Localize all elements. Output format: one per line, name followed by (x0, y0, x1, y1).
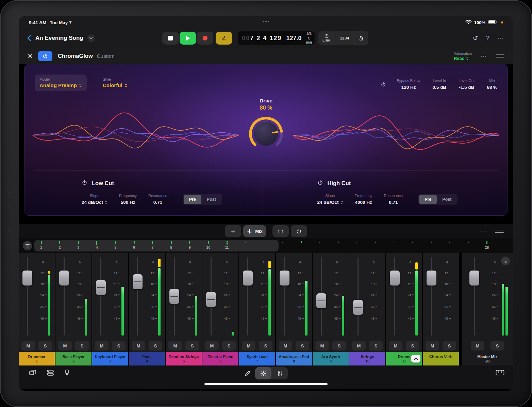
solo-button[interactable]: S (491, 341, 504, 351)
model-selector[interactable]: Model Analog Preamp (35, 75, 87, 91)
solo-button[interactable]: S (406, 341, 419, 351)
param-mix[interactable]: Mix 68 % (487, 79, 497, 90)
track-label[interactable]: Arp Synth9 (313, 352, 349, 365)
plugin-more-button[interactable]: ⋯ (481, 52, 487, 60)
record-button[interactable] (197, 32, 213, 45)
marquee-select-button[interactable] (272, 225, 289, 237)
mute-button[interactable]: M (58, 341, 72, 351)
automation-mode-button[interactable]: Read (454, 56, 472, 61)
mixer-faders-button[interactable] (271, 367, 288, 379)
mute-button[interactable]: M (95, 341, 109, 351)
fader-handle[interactable] (280, 271, 289, 286)
solo-button[interactable]: S (222, 341, 236, 351)
multitask-dots-icon[interactable] (263, 21, 269, 22)
high-cut-slope[interactable]: Slope 24 dB/Oct (317, 194, 343, 205)
track-label[interactable]: Keyboard Player3 (92, 352, 128, 365)
fader-handle[interactable] (390, 271, 400, 286)
fader-handle[interactable] (469, 271, 479, 286)
track-label[interactable]: Synth Lead7 (239, 352, 275, 365)
low-cut-power-icon[interactable] (82, 180, 87, 187)
track-label[interactable]: Drummer1 (19, 352, 55, 365)
master-filter-button[interactable] (501, 257, 510, 265)
stop-button[interactable] (162, 32, 179, 45)
help-button[interactable]: ? (486, 35, 489, 42)
track-label[interactable]: Bass Player2 (55, 352, 92, 365)
track-label[interactable]: Arcade...eet Pad8 (276, 352, 312, 365)
mute-button[interactable]: M (205, 341, 219, 351)
solo-button[interactable]: S (75, 341, 89, 351)
track-label[interactable]: Strings10 (349, 352, 385, 365)
plugin-preset[interactable]: Custom (97, 53, 115, 59)
song-title[interactable]: An Evening Song (35, 35, 83, 42)
post-button[interactable]: Post (437, 195, 457, 204)
post-button[interactable]: Post (201, 195, 221, 204)
fader-handle[interactable] (22, 271, 32, 286)
param-bypass-below[interactable]: Bypass Below 120 Hz (397, 79, 420, 90)
high-cut-resonance[interactable]: Resonance 0.71 (384, 194, 403, 205)
mute-button[interactable]: M (352, 341, 366, 351)
collapse-chevron-button[interactable] (411, 355, 420, 363)
solo-button[interactable]: S (259, 341, 272, 351)
fader-handle[interactable] (133, 274, 143, 289)
close-plugin-button[interactable]: ✕ (28, 52, 33, 60)
fader-handle[interactable] (353, 300, 363, 315)
solo-button[interactable]: S (38, 341, 52, 351)
fader-handle[interactable] (206, 292, 216, 307)
track-label[interactable]: Electric Piano6 (202, 352, 238, 365)
mixer-resize-handle[interactable] (495, 230, 504, 233)
track-power-button[interactable] (291, 225, 307, 237)
low-cut-frequency[interactable]: Frequency 500 Hz (119, 194, 137, 205)
mute-button[interactable]: M (315, 341, 329, 351)
fader-handle[interactable] (427, 271, 436, 286)
timesig-key-display[interactable]: 4/4 C maj (306, 32, 312, 45)
param-level-in[interactable]: Level In 0.5 dB (433, 79, 447, 90)
track-label[interactable]: Emotion Strings5 (166, 352, 202, 365)
fader-handle[interactable] (96, 280, 106, 295)
track-label[interactable]: Master Mix28 (462, 352, 513, 365)
drive-knob[interactable] (247, 115, 285, 154)
edit-pencil-button[interactable] (244, 370, 251, 377)
mute-button[interactable]: M (21, 341, 35, 351)
track-label[interactable]: Pads4 (129, 352, 165, 365)
plugin-resize-handle[interactable] (496, 54, 504, 58)
add-track-button[interactable]: + (225, 225, 241, 237)
mute-button[interactable]: M (389, 341, 402, 351)
home-indicator[interactable] (204, 383, 328, 385)
count-in-button[interactable]: 1234 (335, 31, 354, 45)
mute-button[interactable]: M (471, 341, 484, 351)
track-filter-button[interactable] (23, 241, 32, 250)
mute-button[interactable]: M (132, 341, 145, 351)
mute-button[interactable]: M (279, 341, 292, 351)
param-level-out[interactable]: Level Out -1.5 dB (459, 79, 475, 90)
back-button[interactable] (27, 35, 31, 42)
mute-button[interactable]: M (242, 341, 255, 351)
browser-button[interactable] (29, 369, 36, 377)
lcd-display[interactable]: 007 2 4 129 127.0 4/4 C maj (238, 31, 315, 45)
play-button[interactable] (180, 32, 196, 45)
solo-button[interactable]: S (185, 341, 199, 351)
plugin-power-button[interactable] (38, 51, 52, 61)
fader-handle[interactable] (243, 271, 253, 286)
song-menu-chevron[interactable] (87, 34, 95, 42)
mute-button[interactable]: M (426, 341, 439, 351)
solo-button[interactable]: S (149, 341, 162, 351)
mix-view-button[interactable]: Mix (243, 225, 266, 237)
solo-button[interactable]: S (443, 341, 456, 351)
fader-handle[interactable] (169, 289, 179, 304)
solo-button[interactable]: S (296, 341, 309, 351)
track-overview-ruler[interactable]: 123456789101128 (19, 238, 513, 253)
style-selector[interactable]: Style Colorful (103, 75, 128, 91)
high-cut-frequency[interactable]: Frequency 4000 Hz (355, 194, 372, 205)
io-device-button[interactable] (64, 369, 70, 378)
pre-button[interactable]: Pre (419, 195, 437, 204)
bypass-power-icon[interactable] (381, 82, 386, 88)
fader-handle[interactable] (316, 293, 326, 308)
metronome-button[interactable] (354, 31, 368, 45)
pre-button[interactable]: Pre (184, 195, 201, 204)
solo-button[interactable]: S (332, 341, 346, 351)
playhead-position[interactable]: 007 2 4 129 (242, 35, 282, 42)
more-button[interactable]: ⋯ (498, 34, 504, 42)
low-cut-resonance[interactable]: Resonance 0.71 (148, 194, 167, 205)
fader-handle[interactable] (59, 271, 69, 286)
low-cut-slope[interactable]: Slope 24 dB/Oct (82, 194, 107, 205)
